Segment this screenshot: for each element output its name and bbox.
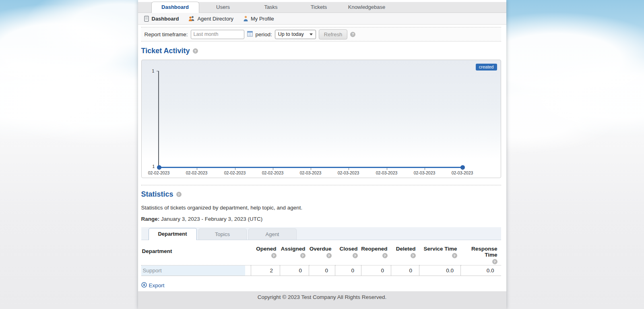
x-axis-label: 02-03-2023 [300,170,322,175]
stats-tab-agent[interactable]: Agent [248,228,297,240]
main-panel: Dashboard Users Tasks Tickets Knowledgeb… [138,0,506,309]
help-icon[interactable]: ? [350,32,355,37]
cell-reopened: 0 [361,265,391,276]
x-axis-label: 02-02-2023 [262,170,284,175]
x-axis-label: 02-02-2023 [148,170,170,175]
y-axis-label: 1 [152,68,155,73]
col-header-assigned: Assigned? [280,243,309,265]
subnav-agent-directory-label: Agent Directory [197,16,233,22]
cell-service-time: 0.0 [419,265,461,276]
col-header-deleted: Deleted? [391,243,419,265]
export-icon [141,282,147,289]
range-label: Range: [141,216,160,222]
subnav-my-profile-label: My Profile [251,16,274,22]
x-tick [235,168,235,170]
statistics-range: Range: January 3, 2023 - February 3, 202… [141,216,501,222]
col-header-department: Department [141,243,251,265]
timeframe-input[interactable] [191,30,244,39]
col-header-reopened: Reopened? [361,243,391,265]
help-icon[interactable]: ? [271,253,277,258]
x-tick [462,168,463,170]
agents-icon [188,16,195,21]
x-tick [349,168,349,170]
x-tick [311,168,311,170]
period-select-value: Up to today [278,31,304,37]
tab-dashboard[interactable]: Dashboard [151,2,199,13]
tab-tickets[interactable]: Tickets [295,2,343,12]
legend-created[interactable]: created [476,64,497,71]
help-icon[interactable]: ? [382,253,388,258]
subnav-dashboard-label: Dashboard [152,16,179,22]
table-row: Support 2 0 0 0 0 0 0.0 0.0 [141,265,501,276]
help-icon[interactable]: ? [411,253,416,258]
refresh-button[interactable]: Refresh [319,29,348,39]
chart-y-axis [158,71,159,168]
cell-closed: 0 [335,265,361,276]
stats-tab-topics[interactable]: Topics [198,228,247,240]
chart-y-tick [157,71,159,71]
x-tick [387,168,387,170]
subnav-dashboard[interactable]: Dashboard [144,16,179,22]
ticket-activity-title: Ticket Activity [141,47,190,55]
cell-assigned: 0 [280,265,309,276]
x-axis-label: 02-03-2023 [414,170,436,175]
x-tick [273,168,273,170]
table-header-row: Department Opened? Assigned? Overdue? Cl… [141,243,501,265]
help-icon[interactable]: ? [193,48,198,54]
x-axis-label: 02-02-2023 [186,170,208,175]
cell-department: Support [141,265,251,276]
help-icon[interactable]: ? [492,259,497,264]
cell-opened: 2 [251,265,280,276]
top-tab-bar: Dashboard Users Tasks Tickets Knowledgeb… [138,2,506,13]
person-icon [243,16,248,21]
export-label: Export [149,282,165,288]
period-label: period: [256,31,272,37]
x-axis-label: 02-03-2023 [376,170,398,175]
ticket-activity-chart: created 1 1 02-02-2023 02-02-2023 02-02-… [141,60,501,178]
x-axis-label: 02-03-2023 [452,170,473,175]
stats-tab-department[interactable]: Department [149,228,197,240]
footer: Copyright © 2023 Test Company All Rights… [138,291,506,309]
x-tick [197,168,197,170]
col-header-service-time: Service Time? [419,243,461,265]
help-icon[interactable]: ? [176,192,182,197]
x-axis-label: 02-02-2023 [224,170,246,175]
export-link[interactable]: Export [141,282,165,289]
report-timeframe-bar: Report timeframe: period: Up to today Re… [141,27,501,41]
range-value: January 3, 2023 - February 3, 2023 (UTC) [161,216,262,222]
col-header-opened: Opened? [251,243,280,265]
section-divider [141,185,501,185]
col-header-response-time: Response Time? [461,243,501,265]
col-header-closed: Closed? [335,243,361,265]
tab-users[interactable]: Users [199,2,247,12]
x-tick [159,168,159,170]
statistics-description: Statistics of tickets organized by depar… [141,205,501,211]
statistics-heading: Statistics ? [141,190,501,199]
help-icon[interactable]: ? [353,253,358,258]
cell-overdue: 0 [309,265,335,276]
subnav-my-profile[interactable]: My Profile [243,16,274,22]
col-header-overdue: Overdue? [309,243,335,265]
chevron-down-icon [310,33,313,35]
ticket-activity-heading: Ticket Activity ? [141,47,501,55]
statistics-title: Statistics [141,190,173,199]
help-icon[interactable]: ? [326,253,332,258]
copyright-text: Copyright © 2023 Test Company All Rights… [258,294,386,300]
tab-knowledgebase[interactable]: Knowledgebase [343,2,391,12]
tab-tasks[interactable]: Tasks [247,2,295,12]
subnav-agent-directory[interactable]: Agent Directory [188,16,233,22]
statistics-table: Department Opened? Assigned? Overdue? Cl… [141,243,501,276]
x-axis-label: 02-03-2023 [338,170,359,175]
cell-deleted: 0 [391,265,419,276]
help-icon[interactable]: ? [452,253,457,258]
content-area: Report timeframe: period: Up to today Re… [138,25,506,291]
statistics-tab-strip: Department Topics Agent [141,227,501,240]
help-icon[interactable]: ? [300,253,305,258]
point-value-label: 1 [153,164,155,169]
period-select[interactable]: Up to today [275,30,316,39]
cell-response-time: 0.0 [461,265,501,276]
clipboard-icon [144,16,149,22]
x-tick [425,168,425,170]
sub-nav: Dashboard Agent Directory My Profile [138,13,506,25]
calendar-icon[interactable] [247,31,253,38]
